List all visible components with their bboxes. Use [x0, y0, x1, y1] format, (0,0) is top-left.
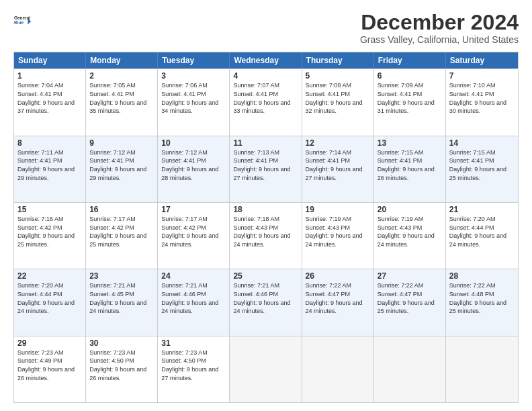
cal-cell	[446, 336, 518, 402]
day-number: 30	[89, 338, 154, 348]
cal-cell: 31Sunrise: 7:23 AMSunset: 4:50 PMDayligh…	[158, 336, 230, 402]
cal-cell: 11Sunrise: 7:13 AMSunset: 4:41 PMDayligh…	[230, 136, 302, 202]
calendar-header: Sunday Monday Tuesday Wednesday Thursday…	[14, 52, 518, 68]
week-4: 22Sunrise: 7:20 AMSunset: 4:44 PMDayligh…	[14, 269, 518, 335]
calendar-body: 1Sunrise: 7:04 AMSunset: 4:41 PMDaylight…	[14, 68, 518, 402]
header-tuesday: Tuesday	[158, 52, 230, 68]
cal-cell	[230, 336, 302, 402]
cal-cell: 19Sunrise: 7:19 AMSunset: 4:43 PMDayligh…	[302, 203, 374, 269]
cal-cell: 22Sunrise: 7:20 AMSunset: 4:44 PMDayligh…	[14, 269, 86, 335]
cal-cell	[374, 336, 446, 402]
cell-content: Sunrise: 7:14 AMSunset: 4:41 PMDaylight:…	[306, 149, 363, 181]
cal-cell: 12Sunrise: 7:14 AMSunset: 4:41 PMDayligh…	[302, 136, 374, 202]
cell-content: Sunrise: 7:21 AMSunset: 4:46 PMDaylight:…	[233, 282, 290, 314]
cell-content: Sunrise: 7:04 AMSunset: 4:41 PMDaylight:…	[17, 82, 75, 114]
cal-cell: 30Sunrise: 7:23 AMSunset: 4:50 PMDayligh…	[86, 336, 158, 402]
cell-content: Sunrise: 7:05 AMSunset: 4:41 PMDaylight:…	[89, 82, 146, 114]
week-2: 8Sunrise: 7:11 AMSunset: 4:41 PMDaylight…	[14, 136, 518, 202]
day-number: 20	[378, 205, 442, 214]
day-number: 11	[233, 138, 298, 148]
cell-content: Sunrise: 7:15 AMSunset: 4:41 PMDaylight:…	[378, 149, 435, 181]
day-number: 10	[161, 138, 226, 148]
cell-content: Sunrise: 7:06 AMSunset: 4:41 PMDaylight:…	[161, 82, 218, 114]
cal-cell: 16Sunrise: 7:17 AMSunset: 4:42 PMDayligh…	[86, 203, 158, 269]
cell-content: Sunrise: 7:20 AMSunset: 4:44 PMDaylight:…	[17, 282, 75, 314]
cal-cell: 9Sunrise: 7:12 AMSunset: 4:41 PMDaylight…	[86, 136, 158, 202]
cal-cell: 14Sunrise: 7:15 AMSunset: 4:41 PMDayligh…	[446, 136, 518, 202]
cal-cell: 23Sunrise: 7:21 AMSunset: 4:45 PMDayligh…	[86, 269, 158, 335]
day-number: 23	[89, 271, 154, 281]
cal-cell: 26Sunrise: 7:22 AMSunset: 4:47 PMDayligh…	[302, 269, 374, 335]
cal-cell: 21Sunrise: 7:20 AMSunset: 4:44 PMDayligh…	[446, 203, 518, 269]
header: GeneralBlue December 2024 Grass Valley, …	[13, 11, 519, 45]
day-number: 3	[161, 71, 226, 81]
cell-content: Sunrise: 7:12 AMSunset: 4:41 PMDaylight:…	[89, 149, 146, 181]
cal-cell: 8Sunrise: 7:11 AMSunset: 4:41 PMDaylight…	[14, 136, 86, 202]
header-friday: Friday	[374, 52, 446, 68]
cell-content: Sunrise: 7:13 AMSunset: 4:41 PMDaylight:…	[233, 149, 290, 181]
cell-content: Sunrise: 7:23 AMSunset: 4:50 PMDaylight:…	[161, 349, 218, 381]
day-number: 27	[378, 271, 442, 281]
cell-content: Sunrise: 7:17 AMSunset: 4:42 PMDaylight:…	[89, 216, 146, 248]
cell-content: Sunrise: 7:16 AMSunset: 4:42 PMDaylight:…	[17, 216, 75, 248]
day-number: 15	[17, 205, 82, 214]
week-5: 29Sunrise: 7:23 AMSunset: 4:49 PMDayligh…	[14, 336, 518, 402]
week-1: 1Sunrise: 7:04 AMSunset: 4:41 PMDaylight…	[14, 68, 518, 135]
cal-cell: 20Sunrise: 7:19 AMSunset: 4:43 PMDayligh…	[374, 203, 446, 269]
cell-content: Sunrise: 7:23 AMSunset: 4:49 PMDaylight:…	[17, 349, 75, 381]
logo: GeneralBlue	[13, 11, 32, 30]
day-number: 26	[306, 271, 370, 281]
cell-content: Sunrise: 7:22 AMSunset: 4:47 PMDaylight:…	[306, 282, 363, 314]
day-number: 4	[233, 71, 298, 81]
cell-content: Sunrise: 7:10 AMSunset: 4:41 PMDaylight:…	[449, 82, 506, 114]
header-sunday: Sunday	[14, 52, 86, 68]
header-thursday: Thursday	[302, 52, 374, 68]
page: GeneralBlue December 2024 Grass Valley, …	[0, 0, 532, 411]
cal-cell: 27Sunrise: 7:22 AMSunset: 4:47 PMDayligh…	[374, 269, 446, 335]
day-number: 8	[17, 138, 82, 148]
day-number: 18	[233, 205, 298, 214]
cell-content: Sunrise: 7:08 AMSunset: 4:41 PMDaylight:…	[306, 82, 363, 114]
cal-cell: 18Sunrise: 7:18 AMSunset: 4:43 PMDayligh…	[230, 203, 302, 269]
cell-content: Sunrise: 7:07 AMSunset: 4:41 PMDaylight:…	[233, 82, 290, 114]
cal-cell: 28Sunrise: 7:22 AMSunset: 4:48 PMDayligh…	[446, 269, 518, 335]
day-number: 25	[233, 271, 298, 281]
cal-cell: 2Sunrise: 7:05 AMSunset: 4:41 PMDaylight…	[86, 69, 158, 135]
day-number: 28	[449, 271, 515, 281]
cal-cell: 25Sunrise: 7:21 AMSunset: 4:46 PMDayligh…	[230, 269, 302, 335]
subtitle: Grass Valley, California, United States	[360, 34, 519, 45]
header-saturday: Saturday	[446, 52, 518, 68]
cal-cell: 3Sunrise: 7:06 AMSunset: 4:41 PMDaylight…	[158, 69, 230, 135]
cal-cell: 4Sunrise: 7:07 AMSunset: 4:41 PMDaylight…	[230, 69, 302, 135]
day-number: 21	[449, 205, 515, 214]
cal-cell: 29Sunrise: 7:23 AMSunset: 4:49 PMDayligh…	[14, 336, 86, 402]
cal-cell: 13Sunrise: 7:15 AMSunset: 4:41 PMDayligh…	[374, 136, 446, 202]
day-number: 7	[449, 71, 515, 81]
cal-cell: 5Sunrise: 7:08 AMSunset: 4:41 PMDaylight…	[302, 69, 374, 135]
day-number: 13	[378, 138, 442, 148]
cell-content: Sunrise: 7:18 AMSunset: 4:43 PMDaylight:…	[233, 216, 290, 248]
cell-content: Sunrise: 7:11 AMSunset: 4:41 PMDaylight:…	[17, 149, 75, 181]
svg-text:Blue: Blue	[14, 20, 24, 25]
cal-cell: 10Sunrise: 7:12 AMSunset: 4:41 PMDayligh…	[158, 136, 230, 202]
cal-cell: 24Sunrise: 7:21 AMSunset: 4:46 PMDayligh…	[158, 269, 230, 335]
title-block: December 2024 Grass Valley, California, …	[360, 11, 519, 45]
header-monday: Monday	[86, 52, 158, 68]
cell-content: Sunrise: 7:21 AMSunset: 4:46 PMDaylight:…	[161, 282, 218, 314]
cell-content: Sunrise: 7:17 AMSunset: 4:42 PMDaylight:…	[161, 216, 218, 248]
cal-cell: 7Sunrise: 7:10 AMSunset: 4:41 PMDaylight…	[446, 69, 518, 135]
day-number: 9	[89, 138, 154, 148]
cell-content: Sunrise: 7:19 AMSunset: 4:43 PMDaylight:…	[378, 216, 435, 248]
cal-cell: 17Sunrise: 7:17 AMSunset: 4:42 PMDayligh…	[158, 203, 230, 269]
cell-content: Sunrise: 7:20 AMSunset: 4:44 PMDaylight:…	[449, 216, 506, 248]
cal-cell: 6Sunrise: 7:09 AMSunset: 4:41 PMDaylight…	[374, 69, 446, 135]
day-number: 2	[89, 71, 154, 81]
cell-content: Sunrise: 7:15 AMSunset: 4:41 PMDaylight:…	[449, 149, 506, 181]
day-number: 5	[306, 71, 370, 81]
cell-content: Sunrise: 7:22 AMSunset: 4:48 PMDaylight:…	[449, 282, 506, 314]
day-number: 16	[89, 205, 154, 214]
day-number: 1	[17, 71, 82, 81]
day-number: 12	[306, 138, 370, 148]
day-number: 22	[17, 271, 82, 281]
week-3: 15Sunrise: 7:16 AMSunset: 4:42 PMDayligh…	[14, 202, 518, 269]
